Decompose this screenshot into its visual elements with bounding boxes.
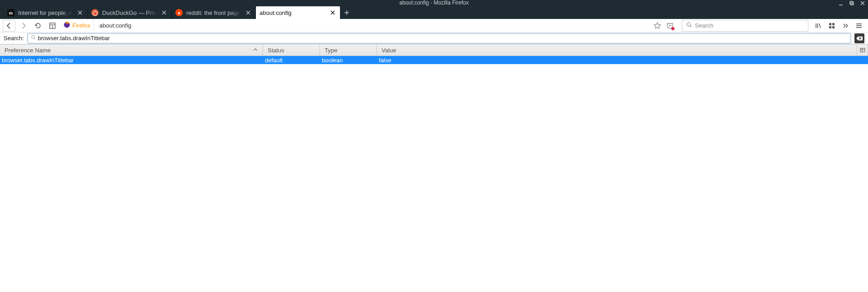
- pref-status-cell: default: [263, 56, 320, 64]
- column-label: Status: [268, 47, 284, 54]
- column-header-status[interactable]: Status: [263, 45, 320, 56]
- tab-reddit[interactable]: ● reddit: the front page of: [172, 6, 256, 19]
- pref-search-value: browser.tabs.drawInTitlebar: [38, 35, 110, 42]
- pref-search-input[interactable]: browser.tabs.drawInTitlebar: [28, 33, 851, 43]
- identity-label: Firefox: [72, 22, 90, 29]
- bookmark-star-icon[interactable]: [653, 22, 661, 30]
- clear-search-button[interactable]: [854, 33, 864, 43]
- svg-rect-1: [850, 1, 853, 4]
- maximize-button[interactable]: [846, 0, 857, 6]
- tab-mozilla[interactable]: m Internet for people, not: [4, 6, 88, 19]
- svg-point-31: [32, 36, 35, 39]
- window-titlebar: about:config - Mozilla Firefox: [0, 0, 868, 6]
- url-text: about:config: [99, 22, 646, 29]
- close-tab-button[interactable]: [329, 9, 336, 16]
- column-header-type[interactable]: Type: [320, 45, 377, 56]
- pref-name-cell: browser.tabs.drawInTitlebar: [0, 56, 263, 64]
- url-trailing-icons: [653, 22, 674, 30]
- tab-strip: m Internet for people, not ◯ DuckDuckGo …: [0, 6, 868, 19]
- library-button[interactable]: [812, 20, 825, 32]
- close-tab-button[interactable]: [245, 9, 252, 16]
- column-label: Value: [382, 47, 396, 54]
- pref-type-cell: boolean: [320, 56, 377, 64]
- pref-search-row: Search: browser.tabs.drawInTitlebar: [0, 32, 868, 44]
- back-button[interactable]: [3, 20, 15, 32]
- tab-label: Internet for people, not: [18, 9, 73, 16]
- svg-rect-27: [832, 26, 835, 28]
- svg-rect-35: [860, 48, 865, 52]
- search-icon: [31, 35, 36, 42]
- svg-rect-24: [829, 23, 831, 25]
- favicon-reddit-icon: ●: [175, 9, 183, 16]
- pref-row[interactable]: browser.tabs.drawInTitlebar default bool…: [0, 56, 868, 64]
- pref-search-label: Search:: [4, 35, 24, 42]
- pref-value-cell: false: [377, 56, 868, 64]
- minimize-button[interactable]: [835, 0, 846, 6]
- close-tab-button[interactable]: [76, 9, 84, 16]
- new-tab-button[interactable]: [340, 6, 354, 19]
- column-header-name[interactable]: Preference Name: [0, 45, 263, 56]
- svg-line-32: [34, 38, 36, 40]
- reader-view-button[interactable]: [46, 20, 59, 32]
- column-picker-button[interactable]: [857, 45, 868, 56]
- svg-line-23: [819, 23, 821, 28]
- search-box[interactable]: Search: [682, 20, 808, 32]
- window-controls: [835, 0, 868, 6]
- tab-aboutconfig[interactable]: about:config: [256, 6, 340, 19]
- column-label: Type: [325, 47, 337, 54]
- identity-box[interactable]: Firefox: [61, 20, 94, 31]
- tab-label: about:config: [259, 9, 326, 16]
- favicon-duckduckgo-icon: ◯: [91, 9, 99, 16]
- pocket-icon[interactable]: [666, 22, 674, 30]
- svg-line-20: [690, 26, 691, 27]
- favicon-mozilla-icon: m: [7, 9, 14, 16]
- toolbar-right-buttons: [812, 20, 865, 32]
- search-placeholder: Search: [695, 22, 713, 29]
- forward-button[interactable]: [17, 20, 30, 32]
- column-label: Preference Name: [5, 47, 51, 54]
- overflow-button[interactable]: [839, 20, 852, 32]
- svg-rect-2: [851, 2, 854, 5]
- close-tab-button[interactable]: [160, 9, 168, 16]
- sort-ascending-icon: [253, 47, 258, 54]
- url-bar[interactable]: about:config: [95, 20, 678, 32]
- search-icon: [686, 22, 692, 29]
- close-window-button[interactable]: [857, 0, 868, 6]
- column-header-value[interactable]: Value: [377, 45, 857, 56]
- svg-rect-25: [832, 23, 835, 25]
- menu-button[interactable]: [853, 20, 865, 32]
- reload-button[interactable]: [32, 20, 44, 32]
- tab-duckduckgo[interactable]: ◯ DuckDuckGo — Privacy: [88, 6, 172, 19]
- window-title: about:config - Mozilla Firefox: [399, 0, 468, 5]
- tab-label: DuckDuckGo — Privacy: [102, 9, 157, 16]
- navigation-toolbar: Firefox about:config Search: [0, 19, 868, 32]
- tab-label: reddit: the front page of: [186, 9, 241, 16]
- svg-rect-26: [829, 26, 831, 28]
- notification-dot-icon: [671, 27, 675, 30]
- firefox-icon: [63, 21, 71, 30]
- svg-point-19: [687, 23, 690, 26]
- pref-grid-header: Preference Name Status Type Value: [0, 44, 868, 56]
- addons-button[interactable]: [826, 20, 838, 32]
